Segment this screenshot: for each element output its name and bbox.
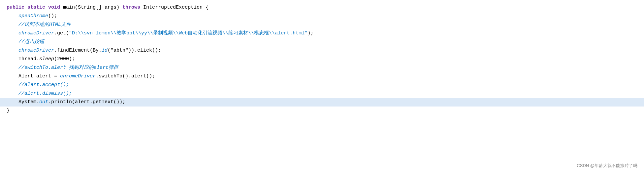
code-segment: //switchTo.alert 找到对应的alert弹框	[7, 65, 118, 70]
code-segment	[7, 13, 18, 19]
code-segment: .println(alert.getText());	[48, 99, 125, 105]
code-segment: Thread.	[7, 56, 39, 62]
code-line: chromeDriver.findElement(By.id("abtn")).…	[0, 46, 644, 55]
code-segment: chromeDriver	[18, 30, 54, 36]
code-segment: //点击按钮	[7, 39, 44, 45]
code-segment: public static void	[7, 5, 63, 10]
code-line: //点击按钮	[0, 38, 644, 46]
code-segment: "D:\\svn_lemon\\教学ppt\\yy\\录制视频\\Web自动化引…	[69, 30, 307, 36]
code-segment: ("abtn")).click();	[108, 48, 161, 53]
code-segment: System.	[7, 99, 39, 105]
code-segment: openChrome	[18, 13, 48, 19]
code-line: //alert.accept();	[0, 81, 644, 89]
code-line: openChrome();	[0, 12, 644, 21]
code-segment: );	[307, 30, 313, 36]
code-segment: .findElement(By.	[54, 48, 102, 53]
code-segment: main	[63, 5, 75, 10]
code-line: //switchTo.alert 找到对应的alert弹框	[0, 64, 644, 72]
watermark: CSDN @年龄大就不能搬砖了吗	[577, 162, 637, 169]
code-segment: out	[39, 99, 48, 105]
code-segment	[7, 48, 18, 53]
code-segment: //alert.accept();	[7, 82, 69, 88]
code-segment: InterruptedException {	[140, 5, 209, 10]
code-segment: chromeDriver	[18, 48, 54, 53]
code-block: public static void main(String[] args) t…	[0, 0, 644, 172]
code-segment: Alert alert =	[7, 73, 60, 79]
code-line: chromeDriver.get("D:\\svn_lemon\\教学ppt\\…	[0, 29, 644, 38]
code-segment: //alert.dismiss();	[7, 91, 72, 96]
code-segment: ();	[48, 13, 57, 19]
code-line: }	[0, 107, 644, 115]
code-segment	[7, 30, 18, 36]
code-line: public static void main(String[] args) t…	[0, 3, 644, 12]
code-segment: .switchTo().alert();	[96, 73, 155, 79]
code-segment: id	[102, 48, 108, 53]
code-segment: .get(	[54, 30, 69, 36]
code-segment: chromeDriver	[60, 73, 96, 79]
code-line: //访问本地的HTML文件	[0, 21, 644, 29]
code-segment: (2000);	[54, 56, 75, 62]
code-line: Alert alert = chromeDriver.switchTo().al…	[0, 72, 644, 81]
code-line: System.out.println(alert.getText());	[0, 98, 644, 107]
code-line: //alert.dismiss();	[0, 89, 644, 98]
code-segment: }	[7, 108, 10, 113]
code-segment: //访问本地的HTML文件	[7, 22, 71, 27]
code-segment: throws	[122, 5, 140, 10]
code-segment: sleep	[39, 56, 54, 62]
code-line: Thread.sleep(2000);	[0, 55, 644, 64]
code-segment: (String[] args)	[75, 5, 122, 10]
